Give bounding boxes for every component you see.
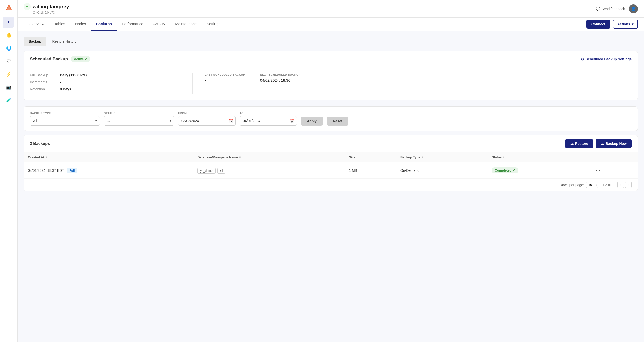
- checkmark-icon: ✓: [85, 57, 87, 61]
- tab-tables[interactable]: Tables: [49, 18, 70, 31]
- backup-now-button[interactable]: ☁ Backup Now: [596, 139, 632, 148]
- col-created-at[interactable]: Created At ⇅: [24, 152, 193, 162]
- cell-backup-type: On-Demand: [396, 162, 488, 179]
- layers-icon: ⬡: [33, 11, 35, 14]
- sidebar-item-globe[interactable]: 🌐: [3, 43, 14, 54]
- scheduled-backup-title: Scheduled Backup Active ✓: [30, 56, 90, 62]
- cluster-name: ♥ willing-lamprey: [24, 3, 69, 10]
- rows-per-page-select[interactable]: 10 25 50: [586, 182, 598, 188]
- table-header: Created At ⇅ Database/Keyspace Name ⇅ Si…: [24, 152, 638, 162]
- backup-type-select-wrapper: All Full Incremental: [30, 116, 100, 126]
- sub-tab-restore-history[interactable]: Restore History: [47, 37, 81, 46]
- apply-button[interactable]: Apply: [301, 117, 323, 126]
- backup-info: Full Backup Daily (11:00 PM) Increments …: [24, 67, 638, 100]
- next-page-button[interactable]: ›: [625, 182, 632, 188]
- to-calendar-icon[interactable]: 📅: [289, 119, 294, 123]
- active-badge: Active ✓: [71, 56, 90, 62]
- scheduled-backup-settings-link[interactable]: ⚙ Scheduled Backup Settings: [581, 57, 632, 61]
- shield-icon: 🛡: [7, 59, 11, 64]
- full-tag: Full: [67, 168, 77, 173]
- main-content: ♥ willing-lamprey ⬡ v2.18.6.0-b73 💬 Send…: [18, 0, 644, 342]
- cluster-icon: ✦: [7, 19, 11, 25]
- actions-button[interactable]: Actions ▾: [613, 20, 638, 29]
- backup-scheduled-times: LAST SCHEDULED BACKUP - NEXT SCHEDULED B…: [193, 73, 632, 94]
- col-actions-empty: [590, 152, 638, 162]
- next-scheduled-item: NEXT SCHEDULED BACKUP 04/02/2024, 18:36: [260, 73, 300, 94]
- camera-icon: 📷: [6, 84, 12, 90]
- filters: BACKUP TYPE All Full Incremental STATUS …: [24, 106, 638, 131]
- tab-backups[interactable]: Backups: [91, 18, 117, 31]
- sidebar-item-alerts[interactable]: 🔔: [3, 30, 14, 41]
- backup-type-filter: BACKUP TYPE All Full Incremental: [30, 112, 100, 126]
- tab-overview[interactable]: Overview: [24, 18, 49, 31]
- connect-button[interactable]: Connect: [586, 20, 610, 29]
- rows-per-page: Rows per page: 10 25 50 ▾: [560, 182, 598, 188]
- tab-performance[interactable]: Performance: [117, 18, 148, 31]
- cell-db-name: yb_demo +1: [193, 162, 345, 179]
- sub-tab-backup[interactable]: Backup: [24, 37, 46, 46]
- db-plus-badge[interactable]: +1: [217, 168, 225, 174]
- from-date-input[interactable]: [178, 116, 236, 126]
- row-more-button[interactable]: ···: [594, 166, 602, 174]
- restore-button[interactable]: ☁ Restore: [565, 139, 593, 148]
- col-status[interactable]: Status ⇅: [488, 152, 590, 162]
- col-backup-type[interactable]: Backup Type ⇅: [396, 152, 488, 162]
- table-title: 2 Backups: [30, 141, 50, 146]
- sidebar: ✦ 🔔 🌐 🛡 ⚡ 📷 🧪: [0, 0, 18, 342]
- top-header: ♥ willing-lamprey ⬡ v2.18.6.0-b73 💬 Send…: [18, 0, 644, 18]
- tab-activity[interactable]: Activity: [148, 18, 170, 31]
- reset-button[interactable]: Reset: [327, 117, 348, 126]
- nav-actions: Connect Actions ▾: [586, 20, 638, 29]
- table-row: 04/01/2024, 18:37 EDT Full yb_demo +1 1 …: [24, 162, 638, 179]
- backups-table: Created At ⇅ Database/Keyspace Name ⇅ Si…: [24, 152, 638, 179]
- sidebar-item-camera[interactable]: 📷: [3, 82, 14, 93]
- chevron-down-icon: ▾: [632, 22, 633, 26]
- user-avatar[interactable]: 👤: [629, 4, 638, 13]
- sidebar-item-security[interactable]: 🛡: [3, 56, 14, 67]
- health-icon: ♥: [24, 3, 31, 10]
- nav-tabs: Overview Tables Nodes Backups Performanc…: [18, 18, 644, 31]
- status-filter: STATUS All Completed Failed In Progress: [104, 112, 174, 126]
- page-nav: ‹ ›: [617, 182, 632, 188]
- to-date-input[interactable]: [240, 116, 297, 126]
- last-scheduled-item: LAST SCHEDULED BACKUP -: [205, 73, 245, 94]
- sidebar-item-network[interactable]: ⚡: [3, 69, 14, 80]
- lab-icon: 🧪: [6, 97, 12, 103]
- retention-row: Retention 8 Days: [30, 87, 182, 91]
- bell-icon: 🔔: [6, 32, 12, 38]
- to-input-wrapper: 📅: [240, 116, 297, 126]
- col-db-name[interactable]: Database/Keyspace Name ⇅: [193, 152, 345, 162]
- tab-maintenance[interactable]: Maintenance: [170, 18, 202, 31]
- cloud-upload-icon: ☁: [570, 142, 574, 146]
- backup-type-select[interactable]: All Full Incremental: [30, 116, 100, 126]
- network-icon: ⚡: [6, 71, 12, 77]
- sort-backup-type-icon: ⇅: [421, 156, 423, 159]
- from-calendar-icon[interactable]: 📅: [228, 119, 233, 123]
- table-body: 04/01/2024, 18:37 EDT Full yb_demo +1 1 …: [24, 162, 638, 179]
- table-actions: ☁ Restore ☁ Backup Now: [565, 139, 632, 148]
- completed-badge: Completed ✓: [492, 167, 518, 173]
- app-logo[interactable]: [4, 3, 14, 13]
- settings-sliders-icon: ⚙: [581, 57, 584, 61]
- prev-page-button[interactable]: ‹: [617, 182, 624, 188]
- sort-created-at-icon: ⇅: [45, 156, 47, 159]
- sidebar-item-lab[interactable]: 🧪: [3, 95, 14, 106]
- from-input-wrapper: 📅: [178, 116, 236, 126]
- tab-nodes[interactable]: Nodes: [70, 18, 91, 31]
- col-size[interactable]: Size ⇅: [345, 152, 396, 162]
- sidebar-item-cluster[interactable]: ✦: [3, 17, 14, 28]
- db-name-badge: yb_demo: [197, 168, 215, 174]
- feedback-icon: 💬: [596, 7, 600, 11]
- from-filter: FROM 📅: [178, 112, 236, 126]
- cell-created-at: 04/01/2024, 18:37 EDT Full: [24, 162, 193, 179]
- scheduled-backup-card: Scheduled Backup Active ✓ ⚙ Scheduled Ba…: [24, 51, 638, 100]
- status-select[interactable]: All Completed Failed In Progress: [104, 116, 174, 126]
- sort-db-name-icon: ⇅: [239, 156, 241, 159]
- table-footer: Rows per page: 10 25 50 ▾ 1-2 of 2 ‹: [24, 179, 638, 191]
- send-feedback-button[interactable]: 💬 Send feedback: [596, 7, 625, 11]
- page-info: 1-2 of 2: [602, 183, 613, 187]
- status-select-wrapper: All Completed Failed In Progress: [104, 116, 174, 126]
- globe-icon: 🌐: [6, 45, 12, 51]
- cluster-info: ♥ willing-lamprey ⬡ v2.18.6.0-b73: [24, 3, 69, 14]
- tab-settings[interactable]: Settings: [202, 18, 225, 31]
